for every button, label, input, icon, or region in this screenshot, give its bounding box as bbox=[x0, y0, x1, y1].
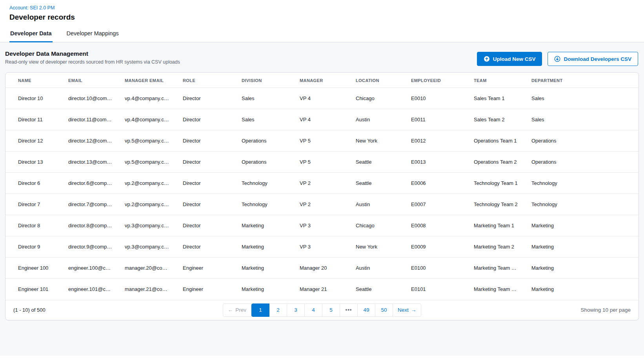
page-buttons: 12345•••4950 bbox=[251, 303, 393, 317]
tab-developer-mappings[interactable]: Developer Mappings bbox=[66, 25, 120, 42]
table-cell: Director bbox=[176, 215, 235, 236]
table-cell: VP 2 bbox=[293, 173, 349, 194]
table-cell: engineer.100@comp... bbox=[62, 258, 118, 279]
table-cell: E0008 bbox=[405, 215, 468, 236]
table-cell: Seattle bbox=[349, 152, 405, 173]
table-cell: Marketing bbox=[235, 236, 293, 258]
column-header: TEAM bbox=[468, 73, 525, 88]
column-header: DIVISION bbox=[235, 73, 293, 88]
page-button-2[interactable]: 2 bbox=[269, 303, 287, 317]
table-cell: vp.4@company.com bbox=[118, 109, 176, 130]
table-cell: Marketing Team 2 Su... bbox=[468, 258, 525, 279]
prev-button-label: Prev bbox=[235, 307, 246, 313]
content-area: Developer Data Management Read-only view… bbox=[0, 42, 644, 356]
table-footer: (1 - 10) of 500 ← Prev 12345•••4950 Next… bbox=[5, 300, 639, 320]
table-cell: Marketing Team 2 bbox=[468, 236, 525, 258]
table-cell: Marketing bbox=[525, 236, 639, 258]
page-button-1[interactable]: 1 bbox=[251, 303, 269, 317]
table-cell: vp.2@company.com bbox=[118, 194, 176, 215]
table-cell: Director 7 bbox=[5, 194, 62, 215]
table-cell: Director 10 bbox=[5, 88, 62, 109]
table-cell: Director bbox=[176, 194, 235, 215]
table-cell: Sales bbox=[525, 109, 639, 130]
table-cell: Director 6 bbox=[5, 173, 62, 194]
table-cell: Director bbox=[176, 130, 235, 152]
table-cell: Operations Team 1 bbox=[468, 130, 525, 152]
page-button-49[interactable]: 49 bbox=[357, 303, 375, 317]
download-developers-csv-button[interactable]: Download Developers CSV bbox=[548, 52, 638, 66]
table-cell: Marketing Team 1 bbox=[468, 215, 525, 236]
table-cell: Chicago bbox=[349, 215, 405, 236]
table-cell: Director 12 bbox=[5, 130, 62, 152]
section-title: Developer Data Management bbox=[5, 50, 180, 57]
table-row: Director 6director.6@company....vp.2@com… bbox=[5, 173, 639, 194]
table-cell: Director bbox=[176, 109, 235, 130]
table-cell: Director 11 bbox=[5, 109, 62, 130]
table-cell: Sales Team 1 bbox=[468, 88, 525, 109]
table-cell: E0100 bbox=[405, 258, 468, 279]
account-breadcrumb-link[interactable]: Account: SEI 2.0 PM bbox=[9, 5, 55, 11]
table-cell: New York bbox=[349, 236, 405, 258]
table-cell: Marketing Team 2 Su... bbox=[468, 279, 525, 300]
next-page-button[interactable]: Next → bbox=[393, 303, 421, 317]
table-cell: manager.21@compa... bbox=[118, 279, 176, 300]
table-cell: Engineer bbox=[176, 279, 235, 300]
table-cell: Director 8 bbox=[5, 215, 62, 236]
table-cell: Director 9 bbox=[5, 236, 62, 258]
page-button-5[interactable]: 5 bbox=[322, 303, 340, 317]
page-button-50[interactable]: 50 bbox=[375, 303, 393, 317]
upload-button-label: Upload New CSV bbox=[493, 56, 536, 62]
table-cell: Operations bbox=[525, 152, 639, 173]
table-header-row: NAMEEMAILMANAGER EMAILROLEDIVISIONMANAGE… bbox=[5, 73, 639, 88]
table-cell: Operations bbox=[235, 130, 293, 152]
column-header: NAME bbox=[5, 73, 62, 88]
table-cell: Sales Team 2 bbox=[468, 109, 525, 130]
section-header: Developer Data Management Read-only view… bbox=[5, 49, 639, 72]
developer-data-table: NAMEEMAILMANAGER EMAILROLEDIVISIONMANAGE… bbox=[5, 73, 639, 300]
table-cell: vp.3@company.com bbox=[118, 236, 176, 258]
upload-new-csv-button[interactable]: Upload New CSV bbox=[477, 52, 542, 66]
table-row: Director 9director.9@company....vp.3@com… bbox=[5, 236, 639, 258]
column-header: EMPLOYEEID bbox=[405, 73, 468, 88]
table-row: Director 12director.12@compan...vp.5@com… bbox=[5, 130, 639, 152]
table-cell: vp.4@company.com bbox=[118, 88, 176, 109]
column-header: MANAGER EMAIL bbox=[118, 73, 176, 88]
table-body: Director 10director.10@compan...vp.4@com… bbox=[5, 88, 639, 300]
table-cell: Sales bbox=[235, 88, 293, 109]
column-header: MANAGER bbox=[293, 73, 349, 88]
table-cell: Manager 21 bbox=[293, 279, 349, 300]
developer-data-table-card: NAMEEMAILMANAGER EMAILROLEDIVISIONMANAGE… bbox=[5, 72, 639, 320]
page-button-4[interactable]: 4 bbox=[304, 303, 322, 317]
table-cell: E0007 bbox=[405, 194, 468, 215]
table-cell: E0009 bbox=[405, 236, 468, 258]
table-cell: VP 5 bbox=[293, 152, 349, 173]
page: Account: SEI 2.0 PM Developer records De… bbox=[0, 0, 644, 356]
pagination: ← Prev 12345•••4950 Next → bbox=[223, 303, 422, 317]
table-cell: vp.5@company.com bbox=[118, 130, 176, 152]
table-cell: vp.3@company.com bbox=[118, 215, 176, 236]
page-button-3[interactable]: 3 bbox=[287, 303, 305, 317]
table-cell: director.7@company.... bbox=[62, 194, 118, 215]
table-cell: vp.5@company.com bbox=[118, 152, 176, 173]
table-cell: Seattle bbox=[349, 279, 405, 300]
record-range-text: (1 - 10) of 500 bbox=[13, 307, 223, 313]
table-cell: E0010 bbox=[405, 88, 468, 109]
page-title: Developer records bbox=[9, 13, 635, 22]
table-cell: VP 4 bbox=[293, 109, 349, 130]
table-cell: Operations Team 2 bbox=[468, 152, 525, 173]
table-row: Director 10director.10@compan...vp.4@com… bbox=[5, 88, 639, 109]
table-cell: Technology Team 2 bbox=[468, 194, 525, 215]
table-cell: Marketing bbox=[525, 279, 639, 300]
table-cell: Sales bbox=[235, 109, 293, 130]
table-cell: VP 3 bbox=[293, 215, 349, 236]
prev-page-button[interactable]: ← Prev bbox=[223, 303, 251, 317]
table-cell: Seattle bbox=[349, 173, 405, 194]
section-subtitle: Read-only view of developer records sour… bbox=[5, 59, 180, 65]
table-cell: New York bbox=[349, 130, 405, 152]
table-cell: E0011 bbox=[405, 109, 468, 130]
tab-developer-data[interactable]: Developer Data bbox=[9, 25, 53, 42]
table-cell: E0012 bbox=[405, 130, 468, 152]
table-cell: Austin bbox=[349, 109, 405, 130]
table-row: Director 7director.7@company....vp.2@com… bbox=[5, 194, 639, 215]
table-row: Engineer 101engineer.101@comp...manager.… bbox=[5, 279, 639, 300]
